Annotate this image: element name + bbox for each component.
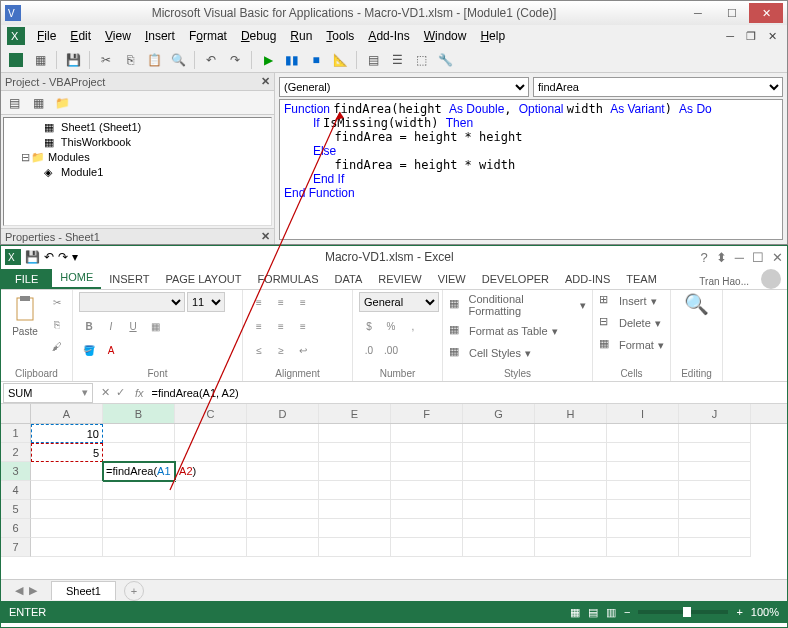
col-header-d[interactable]: D [247, 404, 319, 423]
fx-icon[interactable]: fx [131, 387, 148, 399]
decrease-decimal-icon[interactable]: .00 [381, 340, 401, 360]
tab-insert[interactable]: INSERT [101, 269, 157, 289]
bold-icon[interactable]: B [79, 316, 99, 336]
tab-nav-next-icon[interactable]: ▶ [29, 584, 37, 597]
fill-color-icon[interactable]: 🪣 [79, 340, 99, 360]
redo-icon[interactable]: ↷ [58, 250, 68, 264]
tab-file[interactable]: FILE [1, 269, 52, 289]
cut-icon[interactable]: ✂ [95, 49, 117, 71]
zoom-in-button[interactable]: + [736, 606, 742, 618]
cell-a1[interactable]: 10 [31, 424, 103, 443]
tree-sheet1[interactable]: ▦ Sheet1 (Sheet1) [6, 120, 269, 135]
format-as-table-button[interactable]: ▦Format as Table ▾ [449, 322, 558, 340]
tab-review[interactable]: REVIEW [370, 269, 429, 289]
mdi-restore[interactable]: ❐ [742, 30, 760, 43]
align-right-icon[interactable]: ≡ [293, 316, 313, 336]
format-painter-icon[interactable]: 🖌 [47, 336, 67, 356]
formula-bar[interactable]: =findArea(A1, A2) [148, 387, 787, 399]
redo-icon[interactable]: ↷ [224, 49, 246, 71]
menu-format[interactable]: Format [183, 27, 233, 45]
align-center-icon[interactable]: ≡ [271, 316, 291, 336]
properties-panel-header[interactable]: Properties - Sheet1 ✕ [1, 228, 274, 244]
col-header-a[interactable]: A [31, 404, 103, 423]
copy-icon[interactable]: ⎘ [119, 49, 141, 71]
folder-icon[interactable]: 📁 [51, 92, 73, 114]
menu-debug[interactable]: Debug [235, 27, 282, 45]
save-icon[interactable]: 💾 [25, 250, 40, 264]
close-button[interactable]: ✕ [772, 250, 783, 265]
pause-icon[interactable]: ▮▮ [281, 49, 303, 71]
comma-icon[interactable]: , [403, 316, 423, 336]
avatar[interactable] [761, 269, 781, 289]
font-name-select[interactable] [79, 292, 185, 312]
mdi-close[interactable]: ✕ [764, 30, 781, 43]
menu-window[interactable]: Window [418, 27, 473, 45]
cell-b1[interactable] [103, 424, 175, 443]
tab-view[interactable]: VIEW [430, 269, 474, 289]
code-editor[interactable]: Function findArea(height As Double, Opti… [279, 99, 783, 240]
project-panel-header[interactable]: Project - VBAProject ✕ [1, 73, 274, 91]
project-tree[interactable]: ▦ Sheet1 (Sheet1) ▦ ThisWorkbook ⊟📁 Modu… [3, 117, 272, 226]
cell-a2[interactable]: 5 [31, 443, 103, 462]
currency-icon[interactable]: $ [359, 316, 379, 336]
conditional-formatting-button[interactable]: ▦Conditional Formatting ▾ [449, 292, 586, 318]
menu-file[interactable]: File [31, 27, 62, 45]
undo-icon[interactable]: ↶ [200, 49, 222, 71]
font-color-icon[interactable]: A [101, 340, 121, 360]
delete-cells-button[interactable]: ⊟Delete ▾ [599, 314, 661, 332]
page-break-view-icon[interactable]: ▥ [606, 606, 616, 619]
menu-edit[interactable]: Edit [64, 27, 97, 45]
design-mode-icon[interactable]: 📐 [329, 49, 351, 71]
increase-decimal-icon[interactable]: .0 [359, 340, 379, 360]
row-header-5[interactable]: 5 [1, 500, 31, 519]
col-header-i[interactable]: I [607, 404, 679, 423]
find-select-icon[interactable]: 🔍 [684, 292, 709, 316]
col-header-g[interactable]: G [463, 404, 535, 423]
menu-tools[interactable]: Tools [320, 27, 360, 45]
increase-indent-icon[interactable]: ≥ [271, 340, 291, 360]
stop-icon[interactable]: ■ [305, 49, 327, 71]
row-header-1[interactable]: 1 [1, 424, 31, 443]
select-all-corner[interactable] [1, 404, 31, 423]
zoom-slider[interactable] [638, 610, 728, 614]
insert-module-icon[interactable]: ▦ [29, 49, 51, 71]
ribbon-options-icon[interactable]: ⬍ [716, 250, 727, 265]
row-header-2[interactable]: 2 [1, 443, 31, 462]
number-format-select[interactable]: General [359, 292, 439, 312]
close-panel-icon[interactable]: ✕ [261, 230, 270, 243]
col-header-j[interactable]: J [679, 404, 751, 423]
col-header-h[interactable]: H [535, 404, 607, 423]
minimize-button[interactable]: ─ [735, 250, 744, 265]
new-sheet-button[interactable]: + [124, 581, 144, 601]
underline-icon[interactable]: U [123, 316, 143, 336]
properties-icon[interactable]: ☰ [386, 49, 408, 71]
zoom-out-button[interactable]: − [624, 606, 630, 618]
toolbox-icon[interactable]: 🔧 [434, 49, 456, 71]
tab-home[interactable]: HOME [52, 267, 101, 289]
cut-icon[interactable]: ✂ [47, 292, 67, 312]
font-size-select[interactable]: 11 [187, 292, 225, 312]
vba-titlebar[interactable]: V Microsoft Visual Basic for Application… [1, 1, 787, 25]
tab-data[interactable]: DATA [327, 269, 371, 289]
tree-module1[interactable]: ◈ Module1 [6, 165, 269, 180]
copy-icon[interactable]: ⎘ [47, 314, 67, 334]
page-layout-view-icon[interactable]: ▤ [588, 606, 598, 619]
format-cells-button[interactable]: ▦Format ▾ [599, 336, 664, 354]
wrap-text-icon[interactable]: ↩ [293, 340, 313, 360]
close-panel-icon[interactable]: ✕ [261, 75, 270, 88]
tab-team[interactable]: TEAM [618, 269, 665, 289]
undo-icon[interactable]: ↶ [44, 250, 54, 264]
user-name[interactable]: Tran Hao... [693, 274, 755, 289]
col-header-c[interactable]: C [175, 404, 247, 423]
mdi-minimize[interactable]: ─ [722, 30, 738, 43]
sheet-tab-sheet1[interactable]: Sheet1 [51, 581, 116, 600]
align-left-icon[interactable]: ≡ [249, 316, 269, 336]
tab-formulas[interactable]: FORMULAS [249, 269, 326, 289]
menu-view[interactable]: View [99, 27, 137, 45]
procedure-dropdown[interactable]: findArea [533, 77, 783, 97]
zoom-level[interactable]: 100% [751, 606, 779, 618]
find-icon[interactable]: 🔍 [167, 49, 189, 71]
row-header-6[interactable]: 6 [1, 519, 31, 538]
cancel-icon[interactable]: ✕ [101, 386, 110, 399]
tree-modules[interactable]: ⊟📁 Modules [6, 150, 269, 165]
